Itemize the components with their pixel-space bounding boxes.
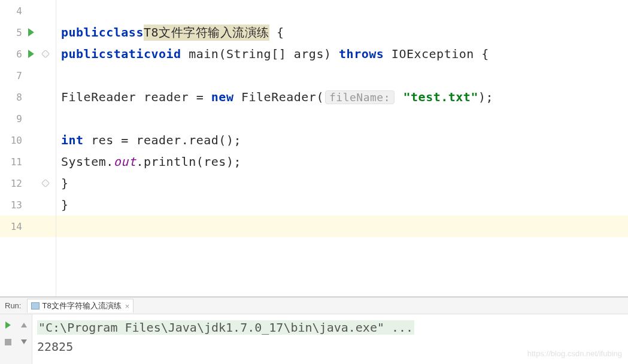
line-number: 11 [7, 156, 22, 168]
gutter-row[interactable]: 11 [0, 151, 56, 172]
run-config-icon [31, 302, 40, 310]
editor-area: 4 5 6 7 8 9 10 11 [0, 0, 628, 296]
run-toolbar [0, 314, 32, 364]
code-text: IOException { [384, 47, 489, 61]
output-command: "C:\Program Files\Java\jdk1.7.0_17\bin\j… [37, 320, 414, 335]
code-line[interactable] [56, 108, 628, 129]
line-number: 5 [7, 27, 22, 38]
code-line[interactable]: System.out.println(res); [56, 151, 628, 172]
line-number: 10 [7, 135, 22, 146]
run-header: Run: T8文件字符输入流演练 × [0, 298, 628, 314]
arrow-down-icon[interactable] [21, 339, 27, 344]
class-name-highlight: T8文件字符输入流演练 [144, 25, 269, 41]
run-panel: Run: T8文件字符输入流演练 × "C:\Program Files\Jav… [0, 296, 628, 364]
gutter-row[interactable]: 14 [0, 216, 56, 237]
arrow-up-icon[interactable] [21, 323, 27, 327]
rerun-icon[interactable] [5, 321, 11, 329]
code-text: ); [478, 90, 493, 104]
gutter-row[interactable]: 6 [0, 43, 56, 65]
gutter-row[interactable]: 8 [0, 86, 56, 108]
run-tab[interactable]: T8文件字符输入流演练 × [27, 299, 134, 313]
code-text: { [269, 25, 284, 40]
run-tab-title: T8文件字符输入流演练 [42, 301, 121, 311]
line-number: 9 [7, 113, 22, 125]
code-line[interactable] [56, 65, 628, 86]
line-number: 4 [7, 5, 22, 17]
code-line[interactable]: int res = reader.read(); [56, 129, 628, 151]
gutter-row[interactable]: 4 [0, 0, 56, 22]
close-icon[interactable]: × [125, 302, 130, 311]
gutter: 4 5 6 7 8 9 10 11 [0, 0, 56, 296]
keyword: throws [339, 47, 384, 61]
watermark: https://blog.csdn.net/ifubing [527, 348, 622, 360]
tool-row [0, 317, 32, 333]
run-label: Run: [5, 301, 21, 310]
code-area[interactable]: public class T8文件字符输入流演练 { public static… [56, 0, 628, 296]
line-number: 7 [7, 70, 22, 81]
line-number: 13 [7, 199, 22, 211]
gutter-row[interactable]: 12 [0, 172, 56, 194]
string-literal: "test.txt" [396, 90, 478, 104]
keyword: public [61, 47, 106, 61]
code-line[interactable]: public class T8文件字符输入流演练 { [56, 22, 628, 43]
fold-marker-icon[interactable] [40, 50, 51, 58]
parameter-hint: fileName: [325, 90, 395, 104]
run-body: "C:\Program Files\Java\jdk1.7.0_17\bin\j… [0, 314, 628, 364]
output-value: 22825 [37, 339, 73, 354]
code-line[interactable]: public static void main(String[] args) t… [56, 43, 628, 65]
code-text: } [61, 176, 69, 190]
gutter-row[interactable]: 10 [0, 129, 56, 151]
keyword: int [61, 133, 84, 147]
keyword: static [106, 47, 151, 61]
gutter-row[interactable]: 7 [0, 65, 56, 86]
line-number: 12 [7, 178, 22, 189]
line-number: 14 [7, 221, 22, 232]
gutter-row[interactable]: 9 [0, 108, 56, 129]
code-text: System. [61, 154, 114, 169]
code-line[interactable]: } [56, 172, 628, 194]
code-text: } [61, 198, 69, 212]
code-line[interactable]: } [56, 194, 628, 216]
gutter-row[interactable]: 5 [0, 22, 56, 43]
run-gutter-icon[interactable] [26, 50, 37, 58]
code-text: res = reader.read(); [84, 133, 241, 147]
gutter-row[interactable]: 13 [0, 194, 56, 216]
keyword: void [151, 47, 181, 61]
tool-row [0, 333, 32, 350]
keyword: new [211, 90, 234, 104]
keyword: public [61, 25, 106, 40]
line-number: 6 [7, 48, 22, 60]
fold-marker-icon[interactable] [40, 179, 51, 187]
code-text: FileReader( [233, 90, 324, 104]
run-output[interactable]: "C:\Program Files\Java\jdk1.7.0_17\bin\j… [32, 314, 628, 364]
run-gutter-icon[interactable] [26, 28, 37, 37]
stop-icon[interactable] [5, 339, 11, 345]
code-line[interactable] [56, 216, 628, 237]
code-text: main(String[] args) [181, 47, 339, 61]
line-number: 8 [7, 92, 22, 103]
code-line[interactable]: FileReader reader = new FileReader(fileN… [56, 86, 628, 108]
code-text: FileReader reader = [61, 90, 211, 104]
code-text: .println(res); [136, 154, 241, 169]
field-ref: out [114, 154, 136, 169]
keyword: class [106, 25, 144, 40]
code-line[interactable] [56, 0, 628, 22]
